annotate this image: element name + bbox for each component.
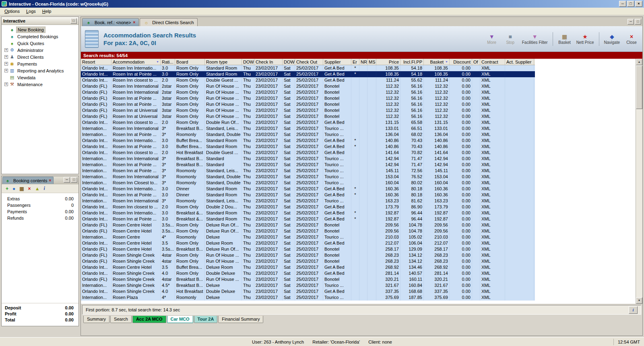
- scroll-down-button[interactable]: ▼: [636, 297, 642, 304]
- basket-button[interactable]: ▦: [19, 186, 24, 192]
- table-row[interactable]: Orlando Int...Rosen Inn Internatio...3.0…: [81, 65, 535, 71]
- column-header[interactable]: Basket▼: [424, 59, 450, 65]
- pane-restore-button[interactable]: □: [635, 19, 641, 25]
- sidebar-item-viewdata[interactable]: ▤ Viewdata: [2, 74, 78, 81]
- panel-minimize-button[interactable]: ─: [64, 177, 70, 183]
- minimize-button[interactable]: ─: [619, 1, 626, 7]
- list-item[interactable]: Extras 0.00: [7, 196, 74, 203]
- panel-restore-button[interactable]: □: [71, 177, 77, 183]
- sidebar-item-payments[interactable]: ◉ Payments: [2, 60, 78, 67]
- table-row[interactable]: Orlando Int...Rosen Inn closest to ...2.…: [81, 77, 535, 83]
- column-header[interactable]: Rati...: [161, 59, 175, 65]
- table-row[interactable]: Orlando (FL)Rosen Centre Hotel3.5s...Roo…: [81, 228, 535, 234]
- info-button[interactable]: i: [44, 185, 45, 192]
- tab-acc-2a-mco[interactable]: Acc 2A MCO: [132, 316, 166, 323]
- expand-plus-icon[interactable]: [4, 69, 8, 72]
- table-row[interactable]: Orlando Int...Rosen Inn closest to ...2.…: [81, 150, 535, 156]
- table-row[interactable]: Orlando (FL)Rosen Centre Hotel3.5s...Roo…: [81, 222, 535, 228]
- info-button[interactable]: i: [629, 306, 638, 314]
- table-row[interactable]: Orlando (FL)Rosen Inn at Pointe ...3star…: [81, 95, 535, 101]
- table-row[interactable]: Orlando Int...Rosen Shingle Creek4.0Room…: [81, 270, 535, 276]
- column-header[interactable]: NR: [359, 59, 367, 65]
- globe-button[interactable]: ●: [12, 186, 15, 192]
- close-button[interactable]: ×: [635, 1, 642, 7]
- table-row[interactable]: Internation...Rosen Inn International3*B…: [81, 126, 535, 132]
- column-header[interactable]: Of: [472, 59, 480, 65]
- list-item[interactable]: Payments 0.00: [7, 209, 74, 216]
- menu-help[interactable]: Help: [39, 8, 55, 14]
- list-item[interactable]: Passengers 0: [7, 203, 74, 209]
- table-row[interactable]: Internation...Rosen Inn at Pointe ...3*R…: [81, 132, 535, 138]
- scrollbar-thumb[interactable]: [636, 66, 642, 109]
- column-header[interactable]: Check Out: [295, 59, 323, 65]
- nett-price-button[interactable]: ★ Nett Price: [576, 33, 594, 45]
- list-item[interactable]: Refunds 0.00: [7, 216, 74, 222]
- table-row[interactable]: Orlando (FL)Rosen Inn International2star…: [81, 83, 535, 89]
- table-row[interactable]: Orlando Int...Rosen Inn Internatio...3.0…: [81, 210, 535, 216]
- add-item-button[interactable]: +: [6, 186, 8, 192]
- table-row[interactable]: Internation...Rosen Shingle Creek4.5*Bre…: [81, 282, 535, 288]
- column-header[interactable]: Accommodation▼: [111, 59, 161, 65]
- expand-plus-icon[interactable]: [4, 82, 8, 86]
- expand-plus-icon[interactable]: [4, 48, 8, 52]
- table-row[interactable]: Orlando (FL)Rosen Inn at Pointe ...3star…: [81, 101, 535, 107]
- table-row[interactable]: Internation...Rosen Inn at Pointe ...3*R…: [81, 168, 535, 174]
- vertical-scrollbar[interactable]: ▲ ▼: [636, 59, 642, 304]
- table-row[interactable]: Orlando (FL)Rosen Shingle Creek4starRoom…: [81, 258, 535, 264]
- column-header[interactable]: Board: [175, 59, 205, 65]
- tab-car-mco[interactable]: Car MCO: [167, 316, 193, 323]
- tab-tour-2a[interactable]: Tour 2A: [194, 316, 218, 323]
- column-header[interactable]: Contract: [480, 59, 505, 65]
- maximize-button[interactable]: □: [627, 1, 634, 7]
- column-header[interactable]: DOW: [242, 59, 254, 65]
- table-row[interactable]: Internation...Rosen Inn Closest to...3*R…: [81, 180, 535, 186]
- tab-close-icon[interactable]: ×: [49, 178, 51, 183]
- sort-icon[interactable]: ▼: [444, 60, 448, 63]
- table-row[interactable]: Orlando Int...Rosen Inn closest to ...2.…: [81, 119, 535, 126]
- table-row[interactable]: Orlando Int...Rosen Centre Hotel3.5Room …: [81, 240, 535, 246]
- table-row[interactable]: Orlando Int...Rosen Centre Hotel3.5Buffe…: [81, 264, 535, 270]
- table-row[interactable]: Orlando (FL)Rosen Centre Hotel3.5s...Bre…: [81, 246, 535, 252]
- table-row[interactable]: Orlando (FL)Rosen Inn at Universal3starR…: [81, 107, 535, 113]
- table-row[interactable]: Internation...Rosen Inn International3*R…: [81, 174, 535, 180]
- column-header[interactable]: DOW: [283, 59, 295, 65]
- sidebar-item-administrator[interactable]: ⚙ Administrator: [2, 47, 78, 54]
- tab-financial-summary[interactable]: Financial Summary: [218, 316, 263, 323]
- export-button[interactable]: ▲: [35, 186, 40, 192]
- table-row[interactable]: Orlando (FL)Rosen Inn International2star…: [81, 89, 535, 95]
- table-row[interactable]: Internation...Rosen Centre4*RoomonlyDelu…: [81, 234, 535, 240]
- column-header[interactable]: Room type: [205, 59, 242, 65]
- table-row[interactable]: Orlando Int...Rosen Inn Internatio...3.0…: [81, 138, 535, 144]
- table-row[interactable]: Orlando (FL)Rosen Shingle Creek4starBrea…: [81, 276, 535, 282]
- navigate-button[interactable]: ◆ Navigate: [604, 33, 620, 45]
- sidebar-item-quick-quotes[interactable]: ♠ Quick Quotes: [2, 40, 78, 47]
- table-row[interactable]: Orlando Int...Rosen Shingle Creek4.0Hot …: [81, 288, 535, 295]
- expand-plus-icon[interactable]: [4, 55, 8, 59]
- scroll-up-button[interactable]: ▲: [636, 59, 642, 65]
- table-row[interactable]: Orlando Int...Rosen Inn at Pointe ...3.0…: [81, 144, 535, 150]
- column-header[interactable]: Act. Supplier: [505, 59, 534, 65]
- column-header[interactable]: Supplier: [323, 59, 351, 65]
- column-header[interactable]: Price: [376, 59, 400, 65]
- more-button[interactable]: ▼ More: [485, 33, 499, 45]
- table-row[interactable]: Orlando (FL)Rosen Inn at Universal3starR…: [81, 113, 535, 119]
- tab-close-icon[interactable]: ×: [133, 20, 136, 25]
- table-row[interactable]: Orlando Int...Rosen Inn closest to ...2.…: [81, 204, 535, 210]
- table-row[interactable]: Orlando Int...Rosen Inn at Pointe ...3.0…: [81, 192, 535, 198]
- column-header[interactable]: MS: [367, 59, 376, 65]
- sidebar-item-new-booking[interactable]: ♠ New Booking: [2, 26, 78, 33]
- column-header[interactable]: Resort: [81, 59, 111, 65]
- table-row[interactable]: Orlando Int...Rosen Inn Internatio...3.0…: [81, 186, 535, 192]
- menu-logs[interactable]: Logs: [23, 8, 39, 14]
- basket-button[interactable]: ▦ Basket: [558, 33, 572, 45]
- expand-plus-icon[interactable]: [4, 62, 8, 66]
- filter-icon[interactable]: ▼: [155, 60, 159, 63]
- column-header[interactable]: Discount: [450, 59, 472, 65]
- stop-button[interactable]: ■ Stop: [504, 33, 517, 45]
- tab-search[interactable]: Search: [110, 316, 132, 323]
- sidebar-item-reporting-and-analytics[interactable]: ▥ Reporting and Analytics: [2, 67, 78, 74]
- table-row[interactable]: Orlando Int...Rosen Inn at Pointe ...3.0…: [81, 71, 535, 77]
- table-row[interactable]: Internation...Rosen Plaza4*RoomonlyDelux…: [81, 295, 535, 301]
- table-row[interactable]: Orlando (FL)Rosen Shingle Creek4starRoom…: [81, 252, 535, 258]
- panel-collapse-button[interactable]: □: [70, 18, 77, 24]
